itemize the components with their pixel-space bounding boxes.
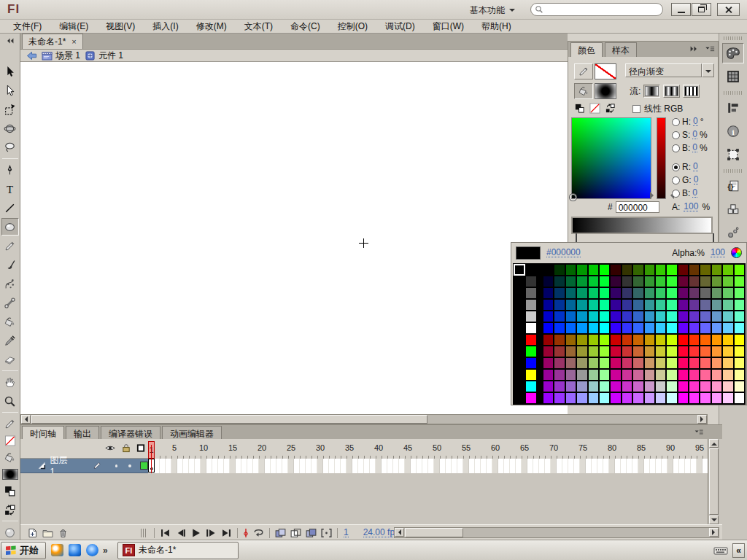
swatch[interactable] xyxy=(644,276,655,287)
swatch[interactable] xyxy=(622,369,632,381)
swatch[interactable] xyxy=(678,276,689,287)
swatch[interactable] xyxy=(632,276,643,287)
color-cursor[interactable] xyxy=(570,194,576,201)
swatch[interactable] xyxy=(711,311,722,322)
swatch[interactable] xyxy=(734,287,745,299)
outline-layers-icon[interactable] xyxy=(136,443,146,453)
swatch[interactable] xyxy=(622,346,632,357)
frame-ruler[interactable]: 15101520253035404550556065707580859095 xyxy=(148,441,708,459)
swatch[interactable] xyxy=(514,334,525,346)
swatch[interactable] xyxy=(622,264,632,276)
delete-layer-button[interactable] xyxy=(57,527,69,539)
swatch[interactable] xyxy=(599,299,610,311)
layer-lock-dot[interactable] xyxy=(128,464,131,467)
swatch[interactable] xyxy=(514,322,525,334)
swatch[interactable] xyxy=(689,322,700,334)
swatch[interactable] xyxy=(622,357,632,369)
swatch[interactable] xyxy=(734,334,745,346)
swatch[interactable] xyxy=(622,392,632,404)
scroll-thumb[interactable] xyxy=(405,528,463,537)
scroll-thumb[interactable] xyxy=(31,415,427,424)
swatch[interactable] xyxy=(678,299,689,311)
swatch[interactable] xyxy=(700,346,711,357)
swatch[interactable] xyxy=(666,381,677,392)
swatch[interactable] xyxy=(644,392,655,404)
text-tool[interactable]: T xyxy=(1,180,19,198)
swatch[interactable] xyxy=(655,334,666,346)
swatch[interactable] xyxy=(644,346,655,357)
swatch[interactable] xyxy=(711,276,722,287)
eraser-tool[interactable] xyxy=(1,351,19,368)
swatch[interactable] xyxy=(734,357,745,369)
swatch[interactable] xyxy=(622,287,632,299)
swatch[interactable] xyxy=(565,276,576,287)
swatch[interactable] xyxy=(655,299,666,311)
swatch[interactable] xyxy=(632,287,643,299)
bone-tool[interactable] xyxy=(1,294,19,311)
swatch[interactable] xyxy=(644,311,655,322)
brush-tool[interactable] xyxy=(1,256,19,273)
scroll-left-button[interactable] xyxy=(21,415,31,424)
swatch[interactable] xyxy=(576,392,587,404)
swatch[interactable] xyxy=(514,381,525,392)
swatch[interactable] xyxy=(588,299,599,311)
swatch[interactable] xyxy=(588,357,599,369)
oval-tool[interactable] xyxy=(1,218,19,236)
swatch[interactable] xyxy=(700,334,711,346)
swatch[interactable] xyxy=(734,381,745,392)
swatch[interactable] xyxy=(565,322,576,334)
component-slider[interactable] xyxy=(657,117,666,199)
dock-grip[interactable] xyxy=(724,169,743,173)
lasso-tool[interactable] xyxy=(1,139,19,156)
minimize-button[interactable] xyxy=(671,3,691,16)
swatch[interactable] xyxy=(554,287,565,299)
panel-menu-icon[interactable] xyxy=(693,427,705,437)
layer-name-cell[interactable]: 图层 1 xyxy=(20,459,148,473)
swatch[interactable] xyxy=(599,311,610,322)
menu-item-9[interactable]: 调试(D) xyxy=(376,20,424,34)
selection-tool[interactable] xyxy=(1,63,19,80)
keyboard-language-icon[interactable] xyxy=(713,545,728,556)
swatch[interactable] xyxy=(543,311,554,322)
play-button[interactable] xyxy=(190,527,202,539)
swatch[interactable] xyxy=(576,357,587,369)
color-panel-tab-1[interactable]: 颜色 xyxy=(570,42,603,57)
swatch[interactable] xyxy=(655,322,666,334)
menu-item-1[interactable]: 文件(F) xyxy=(4,20,50,34)
swatch[interactable] xyxy=(554,311,565,322)
swatch[interactable] xyxy=(655,357,666,369)
swatch[interactable] xyxy=(543,357,554,369)
swatch[interactable] xyxy=(711,334,722,346)
tray-collapse-button[interactable]: « xyxy=(732,543,745,558)
swatch[interactable] xyxy=(722,322,733,334)
menu-item-4[interactable]: 插入(I) xyxy=(144,20,187,34)
swatch[interactable] xyxy=(565,264,576,276)
swatch[interactable] xyxy=(525,357,537,369)
swatch[interactable] xyxy=(565,311,576,322)
swatch[interactable] xyxy=(655,264,666,276)
swatch[interactable] xyxy=(722,334,733,346)
swatch[interactable] xyxy=(554,381,565,392)
breadcrumb-scene[interactable]: 场景 1 xyxy=(42,50,80,62)
swatch[interactable] xyxy=(514,369,525,381)
swatch[interactable] xyxy=(632,346,643,357)
swatch[interactable] xyxy=(632,357,643,369)
swatch[interactable] xyxy=(700,287,711,299)
swatch[interactable] xyxy=(700,322,711,334)
hsb-row-s-value[interactable]: 0 xyxy=(692,131,697,139)
swatch[interactable] xyxy=(678,322,689,334)
swatch[interactable] xyxy=(599,346,610,357)
subselection-tool[interactable] xyxy=(1,82,19,99)
alpha-value[interactable]: 100 xyxy=(684,203,698,211)
collapse-dock-button[interactable] xyxy=(1,36,19,46)
swatch[interactable] xyxy=(711,369,722,381)
chevron-down-icon[interactable] xyxy=(702,63,714,77)
swatch[interactable] xyxy=(525,392,537,404)
swatch[interactable] xyxy=(610,369,621,381)
swatch[interactable] xyxy=(610,276,621,287)
swatch[interactable] xyxy=(525,264,537,276)
swatch[interactable] xyxy=(622,381,632,392)
swatch[interactable] xyxy=(678,334,689,346)
swatch-grid[interactable] xyxy=(513,263,746,405)
swatch[interactable] xyxy=(599,381,610,392)
